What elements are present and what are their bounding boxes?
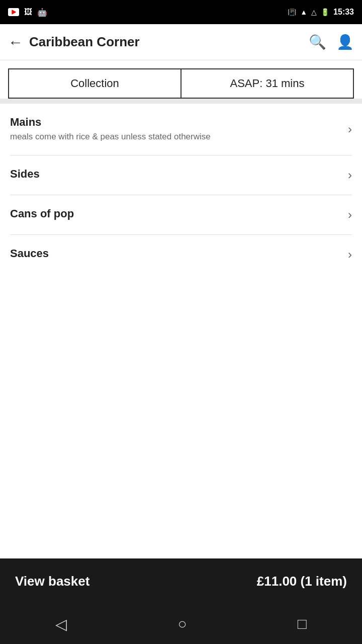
mains-subtitle: meals come with rice & peas unless state… — [10, 131, 343, 143]
cans-title: Cans of pop — [10, 207, 343, 220]
view-basket-button[interactable]: View basket — [15, 574, 89, 589]
vibrate-icon: 📳 — [288, 8, 296, 16]
tab-divider — [0, 99, 362, 104]
battery-icon: 🔋 — [321, 8, 329, 16]
basket-price: £11.00 (1 item) — [257, 574, 347, 589]
image-icon: 🖼 — [24, 8, 32, 17]
app-bar: ← Caribbean Corner 🔍 👤 — [0, 24, 362, 60]
sides-text: Sides — [10, 168, 343, 183]
cans-chevron-icon: › — [348, 208, 352, 222]
basket-bar[interactable]: View basket £11.00 (1 item) — [0, 558, 362, 604]
android-icon: 🤖 — [37, 8, 47, 17]
status-bar-left: 🖼 🤖 — [8, 8, 47, 17]
tab-row: Collection ASAP: 31 mins — [0, 60, 362, 99]
sauces-text: Sauces — [10, 247, 343, 262]
status-bar: 🖼 🤖 📳 ▲ △ 🔋 15:33 — [0, 0, 362, 24]
menu-section-sides[interactable]: Sides › — [0, 155, 362, 195]
nav-home-icon[interactable]: ○ — [177, 615, 187, 632]
nav-recent-icon[interactable]: □ — [298, 615, 307, 632]
mains-title: Mains — [10, 116, 343, 129]
sides-title: Sides — [10, 168, 343, 181]
app-bar-icons: 🔍 👤 — [309, 34, 354, 50]
tab-asap[interactable]: ASAP: 31 mins — [180, 68, 354, 99]
menu-section-mains[interactable]: Mains meals come with rice & peas unless… — [0, 104, 362, 155]
status-bar-right: 📳 ▲ △ 🔋 15:33 — [288, 8, 354, 17]
menu-section-cans-of-pop[interactable]: Cans of pop › — [0, 195, 362, 234]
search-button[interactable]: 🔍 — [309, 34, 326, 50]
nav-back-icon[interactable]: ◁ — [55, 615, 67, 633]
tab-collection[interactable]: Collection — [8, 68, 180, 99]
nav-bar: ◁ ○ □ — [0, 604, 362, 644]
status-time: 15:33 — [333, 8, 354, 17]
wifi-icon: ▲ — [300, 8, 307, 16]
menu-content: Mains meals come with rice & peas unless… — [0, 104, 362, 558]
menu-section-sauces[interactable]: Sauces › — [0, 235, 362, 274]
sauces-title: Sauces — [10, 247, 343, 260]
back-button[interactable]: ← — [8, 34, 23, 51]
cans-text: Cans of pop — [10, 207, 343, 222]
sauces-chevron-icon: › — [348, 248, 352, 262]
page-title: Caribbean Corner — [29, 34, 140, 50]
mains-chevron-icon: › — [348, 122, 352, 136]
app-bar-left: ← Caribbean Corner — [8, 34, 140, 51]
youtube-icon — [8, 8, 19, 16]
sides-chevron-icon: › — [348, 168, 352, 182]
signal-icon: △ — [311, 8, 317, 16]
mains-text: Mains meals come with rice & peas unless… — [10, 116, 343, 143]
profile-button[interactable]: 👤 — [336, 34, 354, 50]
